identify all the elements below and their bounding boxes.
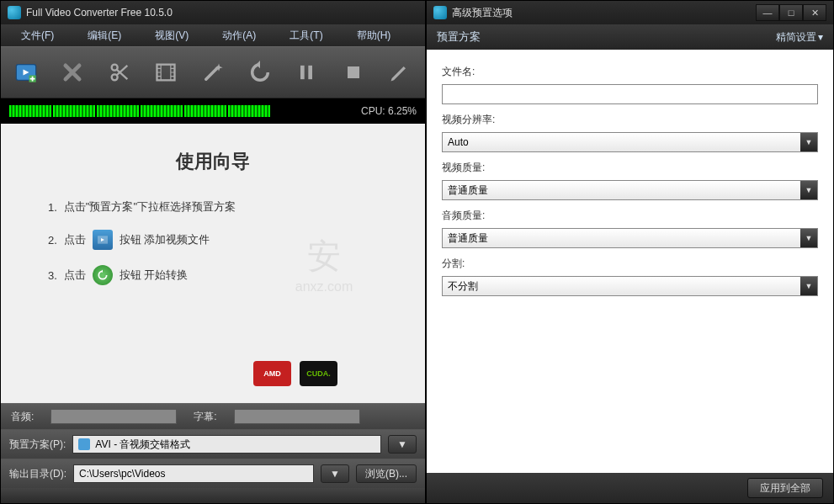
wizard-title: 使用向导 <box>1 149 425 174</box>
app-title: Full Video Converter Free 10.5.0 <box>26 7 173 19</box>
step-num: 2. <box>48 234 57 247</box>
magic-wand-icon <box>201 61 225 84</box>
preset-value: AVI - 音视频交错格式 <box>95 438 190 452</box>
menu-action[interactable]: 动作(A) <box>205 25 273 46</box>
output-path-field[interactable]: C:\Users\pc\Videos <box>73 464 314 483</box>
toolbar <box>1 46 425 98</box>
convert-button[interactable] <box>243 56 277 89</box>
svg-rect-9 <box>348 66 359 78</box>
resolution-label: 视频分辨率: <box>442 113 818 127</box>
gpu-badges: AMD CUDA. <box>253 361 337 386</box>
cut-button[interactable] <box>103 56 136 89</box>
remove-button[interactable] <box>56 56 90 89</box>
chevron-down-icon: ▾ <box>818 31 823 43</box>
effects-button[interactable] <box>196 56 230 89</box>
pause-button[interactable] <box>290 56 323 89</box>
wizard-steps: 1. 点击"预置方案"下拉框选择预置方案 2. 点击 按钮 添加视频文件 3. … <box>1 199 425 285</box>
dialog-header: 预置方案 精简设置 ▾ <box>427 24 833 50</box>
apply-all-button[interactable]: 应用到全部 <box>747 478 823 498</box>
audio-quality-label: 音频质量: <box>442 209 818 223</box>
step-suffix: 按钮 开始转换 <box>120 268 189 283</box>
pause-icon <box>295 61 318 84</box>
more-button[interactable] <box>384 56 417 89</box>
minimize-button[interactable]: — <box>756 4 779 21</box>
subtitle-select[interactable] <box>234 409 360 424</box>
add-video-icon <box>14 61 38 84</box>
preset-select[interactable]: AVI - 音视频交错格式 <box>72 435 381 454</box>
menu-edit[interactable]: 编辑(E) <box>71 25 138 46</box>
audio-quality-select[interactable]: 普通质量 ▼ <box>442 228 818 248</box>
output-row: 输出目录(D): C:\Users\pc\Videos ▼ 浏览(B)... <box>1 459 425 488</box>
subtitle-label: 字幕: <box>194 410 216 424</box>
chevron-down-icon: ▼ <box>800 277 817 295</box>
cpu-segment <box>97 105 139 117</box>
film-icon <box>154 61 178 84</box>
svg-marker-6 <box>256 61 260 68</box>
app-icon <box>8 6 21 19</box>
amd-badge: AMD <box>253 361 291 386</box>
svg-marker-12 <box>101 270 103 273</box>
scissors-icon <box>108 61 131 84</box>
menu-help[interactable]: 帮助(H) <box>340 25 408 46</box>
refresh-icon <box>248 61 272 84</box>
split-select[interactable]: 不分割 ▼ <box>442 276 818 296</box>
filename-input[interactable] <box>442 84 818 104</box>
preset-row: 预置方案(P): AVI - 音视频交错格式 ▼ <box>1 429 425 459</box>
window-controls: — □ ✕ <box>756 4 826 21</box>
stop-icon <box>342 61 365 84</box>
cpu-segment <box>184 105 226 117</box>
step-suffix: 按钮 添加视频文件 <box>120 232 210 247</box>
dialog-footer: 应用到全部 <box>427 473 833 503</box>
step-num: 3. <box>48 269 57 282</box>
video-quality-label: 视频质量: <box>442 161 818 175</box>
resolution-select[interactable]: Auto ▼ <box>442 132 818 152</box>
output-dropdown-button[interactable]: ▼ <box>321 464 349 483</box>
browse-button[interactable]: 浏览(B)... <box>356 464 417 483</box>
advanced-preset-dialog: 高级预置选项 — □ ✕ 预置方案 精简设置 ▾ 文件名: 视频分辨率: Aut… <box>426 0 834 504</box>
chevron-down-icon: ▼ <box>800 181 817 199</box>
maximize-button[interactable]: □ <box>779 4 803 21</box>
audio-label: 音频: <box>11 410 34 424</box>
preset-format-icon <box>78 438 90 450</box>
step-prefix: 点击 <box>64 268 86 283</box>
cpu-bar: CPU: 6.25% <box>1 98 425 124</box>
chevron-down-icon: ▼ <box>800 133 817 151</box>
dialog-body: 文件名: 视频分辨率: Auto ▼ 视频质量: 普通质量 ▼ 音频质量: 普通… <box>427 50 833 473</box>
menu-tools[interactable]: 工具(T) <box>273 25 339 46</box>
output-label: 输出目录(D): <box>9 467 66 481</box>
main-window: Full Video Converter Free 10.5.0 文件(F) 编… <box>0 0 426 504</box>
audio-select[interactable] <box>50 409 177 424</box>
close-x-icon <box>61 61 84 84</box>
add-video-button[interactable] <box>9 56 43 89</box>
stop-button[interactable] <box>337 56 370 89</box>
menu-file[interactable]: 文件(F) <box>4 25 71 46</box>
cpu-usage-label: CPU: 6.25% <box>361 105 417 117</box>
clip-button[interactable] <box>150 56 183 89</box>
close-button[interactable]: ✕ <box>803 4 826 21</box>
cpu-segment <box>53 105 95 117</box>
svg-rect-8 <box>308 66 312 79</box>
split-label: 分割: <box>442 257 818 271</box>
audio-subtitle-strip: 音频: 字幕: <box>1 403 425 429</box>
content-area: 使用向导 1. 点击"预置方案"下拉框选择预置方案 2. 点击 按钮 添加视频文… <box>1 124 425 403</box>
menubar: 文件(F) 编辑(E) 视图(V) 动作(A) 工具(T) 帮助(H) <box>1 24 425 46</box>
cpu-segment <box>228 105 270 117</box>
resolution-value: Auto <box>448 136 469 148</box>
step-prefix: 点击 <box>64 232 86 247</box>
compact-settings-link[interactable]: 精简设置 ▾ <box>776 30 823 45</box>
convert-step-icon <box>93 265 113 285</box>
video-quality-select[interactable]: 普通质量 ▼ <box>442 180 818 200</box>
dialog-titlebar: 高级预置选项 — □ ✕ <box>427 1 833 24</box>
main-titlebar: Full Video Converter Free 10.5.0 <box>1 1 425 24</box>
preset-label: 预置方案(P): <box>9 438 66 452</box>
menu-view[interactable]: 视图(V) <box>138 25 205 46</box>
preset-dropdown-button[interactable]: ▼ <box>388 435 417 454</box>
dialog-icon <box>433 6 447 19</box>
edit-icon <box>388 61 412 84</box>
chevron-down-icon: ▼ <box>800 229 817 247</box>
add-video-step-icon <box>93 230 113 250</box>
cuda-badge: CUDA. <box>300 361 337 386</box>
video-quality-value: 普通质量 <box>448 183 488 198</box>
dialog-title: 高级预置选项 <box>452 6 513 20</box>
dialog-header-label: 预置方案 <box>437 29 481 45</box>
